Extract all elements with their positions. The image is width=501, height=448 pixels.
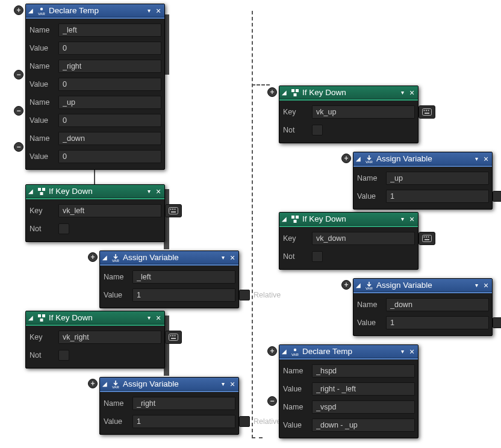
remove-button[interactable]: − [267, 396, 277, 406]
name-input[interactable] [132, 397, 235, 410]
relative-checkbox[interactable] [493, 191, 501, 202]
value-input[interactable] [132, 415, 235, 428]
not-checkbox[interactable] [312, 125, 323, 135]
block-header[interactable]: ◢ If Key Down ▾ × [279, 213, 418, 226]
collapse-icon[interactable]: ◢ [28, 7, 34, 14]
add-button[interactable]: + [341, 280, 351, 290]
close-icon[interactable]: × [229, 254, 236, 262]
dropdown-icon[interactable]: ▾ [473, 155, 479, 162]
add-button[interactable]: + [341, 154, 351, 163]
name-input[interactable] [312, 364, 415, 378]
collapse-icon[interactable]: ◢ [282, 348, 288, 355]
not-checkbox[interactable] [58, 223, 69, 234]
block-declare-temp[interactable]: ◢ VAR Declare Temp ▾ × Name Value Name V… [25, 4, 165, 170]
name-input[interactable] [58, 60, 161, 73]
collapse-icon[interactable]: ◢ [28, 314, 34, 321]
keyboard-button[interactable] [419, 105, 435, 119]
collapse-icon[interactable]: ◢ [28, 188, 34, 194]
block-header[interactable]: ◢ If Key Down ▾ × [26, 185, 164, 198]
add-button[interactable]: + [267, 87, 277, 97]
close-icon[interactable]: × [482, 155, 490, 163]
add-button[interactable]: + [267, 346, 277, 356]
block-if-key-down[interactable]: ◢ If Key Down ▾ × Key Not [25, 184, 165, 242]
dropdown-icon[interactable]: ▾ [146, 188, 152, 194]
value-input[interactable] [312, 382, 415, 396]
value-input[interactable] [58, 150, 161, 163]
svg-rect-20 [291, 89, 294, 92]
block-header[interactable]: ◢ VAR Assign Variable ▾ × [353, 152, 492, 166]
close-icon[interactable]: × [155, 314, 162, 322]
collapse-icon[interactable]: ◢ [356, 282, 362, 288]
name-input[interactable] [58, 96, 161, 109]
add-button[interactable]: + [88, 252, 98, 262]
remove-button[interactable]: − [14, 106, 23, 116]
relative-checkbox[interactable] [239, 416, 250, 427]
key-input[interactable] [312, 232, 415, 245]
remove-button[interactable]: − [14, 70, 23, 79]
value-input[interactable] [386, 190, 489, 203]
dropdown-icon[interactable]: ▾ [399, 348, 405, 355]
collapse-icon[interactable]: ◢ [282, 216, 288, 222]
keyboard-button[interactable] [165, 331, 182, 344]
block-header[interactable]: ◢ VAR Declare Temp ▾ × [279, 345, 418, 358]
block-assign-variable[interactable]: ◢ VAR Assign Variable ▾ × Name ValueRela… [99, 250, 239, 308]
name-input[interactable] [386, 298, 489, 311]
value-input[interactable] [58, 42, 161, 55]
block-header[interactable]: ◢ VAR Declare Temp ▾ × [26, 4, 164, 17]
close-icon[interactable]: × [229, 380, 236, 388]
dropdown-icon[interactable]: ▾ [399, 216, 405, 222]
add-button[interactable]: + [88, 379, 98, 388]
name-input[interactable] [132, 270, 235, 284]
block-assign-variable[interactable]: ◢ VAR Assign Variable ▾ × Name ValueRela… [353, 278, 493, 336]
not-checkbox[interactable] [312, 251, 323, 262]
value-input[interactable] [132, 288, 235, 302]
dropdown-icon[interactable]: ▾ [473, 282, 479, 288]
dropdown-icon[interactable]: ▾ [399, 89, 405, 96]
block-header[interactable]: ◢ If Key Down ▾ × [26, 311, 164, 325]
close-icon[interactable]: × [408, 347, 415, 356]
block-header[interactable]: ◢ VAR Assign Variable ▾ × [100, 378, 238, 391]
block-header[interactable]: ◢ VAR Assign Variable ▾ × [353, 279, 492, 292]
keyboard-button[interactable] [419, 232, 435, 245]
svg-text:VAR: VAR [38, 11, 46, 15]
block-if-key-down[interactable]: ◢ If Key Down ▾ × Key Not [279, 212, 419, 270]
dropdown-icon[interactable]: ▾ [146, 314, 152, 321]
keyboard-button[interactable] [165, 204, 182, 217]
close-icon[interactable]: × [155, 7, 162, 15]
name-input[interactable] [58, 132, 161, 145]
value-input[interactable] [312, 418, 415, 432]
key-input[interactable] [58, 331, 161, 344]
key-input[interactable] [312, 105, 415, 119]
add-button[interactable]: + [14, 5, 23, 15]
close-icon[interactable]: × [408, 89, 415, 97]
key-input[interactable] [58, 204, 161, 217]
block-header[interactable]: ◢ VAR Assign Variable ▾ × [100, 251, 238, 264]
block-assign-variable[interactable]: ◢ VAR Assign Variable ▾ × Name ValueRela… [353, 152, 493, 210]
name-input[interactable] [386, 172, 489, 185]
value-input[interactable] [58, 114, 161, 127]
dropdown-icon[interactable]: ▾ [220, 381, 226, 387]
close-icon[interactable]: × [155, 187, 162, 196]
collapse-icon[interactable]: ◢ [356, 155, 362, 162]
name-input[interactable] [312, 400, 415, 414]
block-assign-variable[interactable]: ◢ VAR Assign Variable ▾ × Name ValueRela… [99, 377, 239, 435]
dropdown-icon[interactable]: ▾ [146, 7, 152, 14]
close-icon[interactable]: × [482, 281, 490, 290]
value-input[interactable] [386, 316, 489, 329]
collapse-icon[interactable]: ◢ [282, 89, 288, 96]
block-header[interactable]: ◢ If Key Down ▾ × [279, 86, 418, 99]
name-input[interactable] [58, 23, 161, 37]
collapse-icon[interactable]: ◢ [102, 254, 108, 261]
block-if-key-down[interactable]: ◢ If Key Down ▾ × Key Not [25, 311, 165, 369]
dropdown-icon[interactable]: ▾ [220, 254, 226, 261]
svg-rect-25 [426, 110, 427, 111]
value-input[interactable] [58, 78, 161, 91]
relative-checkbox[interactable] [239, 290, 250, 300]
block-if-key-down[interactable]: ◢ If Key Down ▾ × Key Not [279, 86, 419, 143]
block-declare-temp[interactable]: ◢ VAR Declare Temp ▾ × Name Value Name V… [279, 344, 419, 438]
not-checkbox[interactable] [58, 350, 69, 361]
close-icon[interactable]: × [408, 215, 415, 223]
remove-button[interactable]: − [14, 142, 23, 152]
relative-checkbox[interactable] [493, 317, 501, 328]
collapse-icon[interactable]: ◢ [102, 381, 108, 387]
